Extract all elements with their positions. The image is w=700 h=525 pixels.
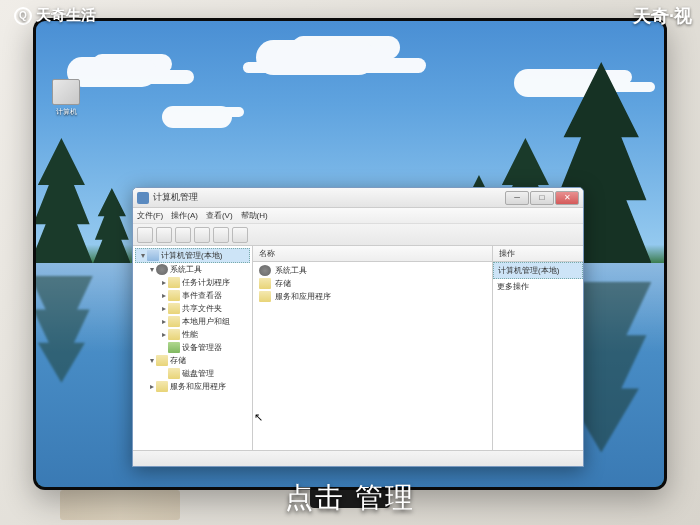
monitor-frame: 计算机 计算机管理 ─ □ ✕ 文件(F) 操作(A) 查看(V) 帮助(H) <box>33 18 667 490</box>
actions-pane-selected[interactable]: 计算机管理(本地) <box>493 262 583 279</box>
desktop-icon-computer[interactable]: 计算机 <box>50 79 82 119</box>
tree-node-label: 系统工具 <box>170 264 202 275</box>
tree-root[interactable]: ▾计算机管理(本地) <box>135 248 250 263</box>
tree-node-label: 任务计划程序 <box>182 277 230 288</box>
tree-node-label: 共享文件夹 <box>182 303 222 314</box>
list-item[interactable]: 服务和应用程序 <box>255 290 490 303</box>
tree-node-label: 本地用户和组 <box>182 316 230 327</box>
tree-node-device-manager[interactable]: 设备管理器 <box>135 341 250 354</box>
folder-icon <box>156 381 168 392</box>
tree-node-system-tools[interactable]: ▾系统工具 <box>135 263 250 276</box>
video-caption: 点击 管理 <box>285 479 415 517</box>
tree-node[interactable]: ▸任务计划程序 <box>135 276 250 289</box>
toolbar-back-button[interactable] <box>137 227 153 243</box>
logo-icon: Q <box>14 7 32 25</box>
tree-node-storage[interactable]: ▾存储 <box>135 354 250 367</box>
folder-icon <box>259 291 271 302</box>
window-title: 计算机管理 <box>153 191 505 204</box>
cloud-shape <box>162 106 232 128</box>
gear-icon <box>156 264 168 275</box>
tree-node-label: 存储 <box>170 355 186 366</box>
watermark-top-left: Q 天奇生活 <box>14 6 96 25</box>
toolbar-help-button[interactable] <box>232 227 248 243</box>
status-bar <box>133 450 583 466</box>
folder-icon <box>156 355 168 366</box>
folder-icon <box>168 277 180 288</box>
cloud-shape <box>256 40 376 75</box>
list-items: 系统工具 存储 服务和应用程序 <box>253 262 492 305</box>
cursor-icon: ↖ <box>254 411 263 424</box>
window-controls: ─ □ ✕ <box>505 191 579 205</box>
column-header-action[interactable]: 操作 <box>493 246 583 262</box>
list-item[interactable]: 存储 <box>255 277 490 290</box>
window-icon <box>137 192 149 204</box>
tree-node[interactable]: ▸本地用户和组 <box>135 315 250 328</box>
menubar: 文件(F) 操作(A) 查看(V) 帮助(H) <box>133 208 583 224</box>
close-button[interactable]: ✕ <box>555 191 579 205</box>
maximize-button[interactable]: □ <box>530 191 554 205</box>
list-item-label: 存储 <box>275 278 291 289</box>
menu-view[interactable]: 查看(V) <box>206 210 233 221</box>
tree-shape <box>93 188 131 263</box>
desktop-screen[interactable]: 计算机 计算机管理 ─ □ ✕ 文件(F) 操作(A) 查看(V) 帮助(H) <box>36 21 664 487</box>
watermark-text: 天奇生活 <box>36 6 96 25</box>
device-icon <box>168 342 180 353</box>
folder-icon <box>168 329 180 340</box>
menu-file[interactable]: 文件(F) <box>137 210 163 221</box>
toolbar <box>133 224 583 246</box>
folder-icon <box>168 316 180 327</box>
tree-node-label: 服务和应用程序 <box>170 381 226 392</box>
list-item-label: 系统工具 <box>275 265 307 276</box>
menu-help[interactable]: 帮助(H) <box>241 210 268 221</box>
computer-icon <box>52 79 80 105</box>
actions-pane[interactable]: 操作 计算机管理(本地) 更多操作 <box>493 246 583 450</box>
folder-icon <box>168 368 180 379</box>
tree-node-label: 事件查看器 <box>182 290 222 301</box>
tree-node[interactable]: ▸性能 <box>135 328 250 341</box>
folder-icon <box>259 278 271 289</box>
folder-icon <box>168 303 180 314</box>
tree-node[interactable]: ▸事件查看器 <box>135 289 250 302</box>
actions-pane-more[interactable]: 更多操作 <box>493 279 583 294</box>
tree-pane[interactable]: ▾计算机管理(本地) ▾系统工具 ▸任务计划程序 ▸事件查看器 ▸共享文件夹 ▸… <box>133 246 253 450</box>
desktop-icon-label: 计算机 <box>50 107 82 117</box>
list-item[interactable]: 系统工具 <box>255 264 490 277</box>
toolbar-properties-button[interactable] <box>194 227 210 243</box>
tree-node-label: 设备管理器 <box>182 342 222 353</box>
list-pane: 名称 系统工具 存储 服务和应用程序 操作 计算机管理(本地) 更多操作 <box>253 246 583 450</box>
tree-node-label: 计算机管理(本地) <box>161 250 222 261</box>
tree-node[interactable]: 磁盘管理 <box>135 367 250 380</box>
toolbar-up-button[interactable] <box>175 227 191 243</box>
menu-action[interactable]: 操作(A) <box>171 210 198 221</box>
tree-node[interactable]: ▸共享文件夹 <box>135 302 250 315</box>
list-main[interactable]: 名称 系统工具 存储 服务和应用程序 <box>253 246 493 450</box>
reflection <box>36 273 93 383</box>
folder-icon <box>168 290 180 301</box>
watermark-top-right: 天奇·视 <box>633 4 692 28</box>
computer-icon <box>147 250 159 261</box>
toolbar-refresh-button[interactable] <box>213 227 229 243</box>
titlebar[interactable]: 计算机管理 ─ □ ✕ <box>133 188 583 208</box>
tree-node-services[interactable]: ▸服务和应用程序 <box>135 380 250 393</box>
list-item-label: 服务和应用程序 <box>275 291 331 302</box>
window-body: ▾计算机管理(本地) ▾系统工具 ▸任务计划程序 ▸事件查看器 ▸共享文件夹 ▸… <box>133 246 583 450</box>
gear-icon <box>259 265 271 276</box>
minimize-button[interactable]: ─ <box>505 191 529 205</box>
tree-node-label: 磁盘管理 <box>182 368 214 379</box>
computer-management-window: 计算机管理 ─ □ ✕ 文件(F) 操作(A) 查看(V) 帮助(H) <box>132 187 584 467</box>
tree-node-label: 性能 <box>182 329 198 340</box>
toolbar-forward-button[interactable] <box>156 227 172 243</box>
tree-shape <box>36 138 93 264</box>
column-header-name[interactable]: 名称 <box>253 246 492 262</box>
